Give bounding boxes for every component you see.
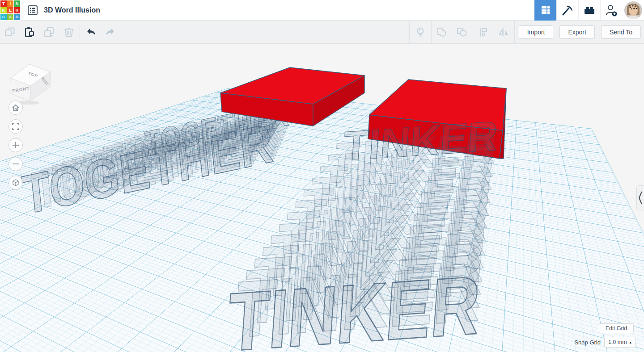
paste-button[interactable]	[20, 21, 39, 44]
design-properties-icon[interactable]	[27, 4, 38, 16]
logo-tile: C	[0, 14, 7, 20]
design-title: 3D Word Illusion	[44, 6, 100, 14]
chevron-left-icon	[638, 189, 643, 207]
dashboard-grid-button[interactable]	[534, 0, 556, 21]
add-person-icon	[605, 4, 618, 17]
group-button[interactable]	[432, 21, 452, 44]
align-button[interactable]	[474, 21, 494, 44]
logo-tile: A	[7, 14, 13, 20]
logo-tile: I	[7, 0, 13, 7]
toolbar-separator	[473, 21, 473, 44]
snap-grid-label: Snap Grid	[574, 339, 601, 346]
logo-tile: N	[14, 0, 20, 7]
view-navigation	[8, 101, 23, 190]
tinkercad-logo[interactable]: T I N K E R C A D	[0, 0, 21, 21]
snap-grid-select[interactable]: 1.0 mm ▴	[604, 337, 636, 348]
duplicate-button[interactable]	[39, 21, 59, 44]
logo-tile: T	[0, 0, 7, 7]
home-view-button[interactable]	[8, 101, 23, 115]
logo-tile: D	[14, 14, 20, 20]
pickaxe-icon	[561, 4, 574, 17]
caret-up-icon: ▴	[630, 340, 632, 344]
logo-tile: R	[14, 7, 20, 13]
user-avatar[interactable]	[622, 0, 644, 21]
3d-viewport[interactable]: TOGETHER TINKER	[0, 44, 644, 352]
brick-export-button[interactable]	[578, 0, 600, 21]
brick-icon	[583, 4, 596, 17]
snap-grid-value: 1.0 mm	[608, 339, 627, 345]
logo-tile: E	[7, 7, 13, 13]
toolbar-separator	[80, 21, 80, 44]
redo-button[interactable]	[101, 21, 120, 44]
zoom-out-button[interactable]	[8, 157, 23, 171]
mirror-button[interactable]	[494, 21, 513, 44]
undo-button[interactable]	[81, 21, 101, 44]
panel-collapse-tab[interactable]	[636, 185, 644, 210]
send-to-button[interactable]: Send To	[601, 25, 641, 39]
ungroup-button[interactable]	[452, 21, 472, 44]
copy-button[interactable]	[0, 21, 20, 44]
edit-toolbar: Import Export Send To	[0, 21, 644, 44]
invite-people-button[interactable]	[600, 0, 622, 21]
minecraft-export-button[interactable]	[556, 0, 578, 21]
scene-canvas: TOGETHER TINKER	[0, 44, 644, 352]
app-header: T I N K E R C A D 3D Word Illusion	[0, 0, 644, 21]
logo-tile: K	[0, 7, 7, 13]
toolbar-separator	[514, 21, 515, 44]
import-button[interactable]: Import	[519, 25, 554, 39]
grid-icon	[542, 6, 550, 14]
toolbar-separator	[409, 21, 410, 44]
toolbar-separator	[431, 21, 432, 44]
perspective-toggle-button[interactable]	[8, 176, 23, 190]
view-cube[interactable]: TOP FRONT RIGHT	[3, 51, 56, 105]
edit-grid-button[interactable]: Edit Grid	[599, 323, 634, 333]
delete-button[interactable]	[59, 21, 79, 44]
zoom-in-button[interactable]	[8, 138, 23, 152]
show-all-button[interactable]	[411, 21, 430, 44]
fit-view-button[interactable]	[8, 119, 23, 134]
export-button[interactable]: Export	[559, 25, 594, 39]
